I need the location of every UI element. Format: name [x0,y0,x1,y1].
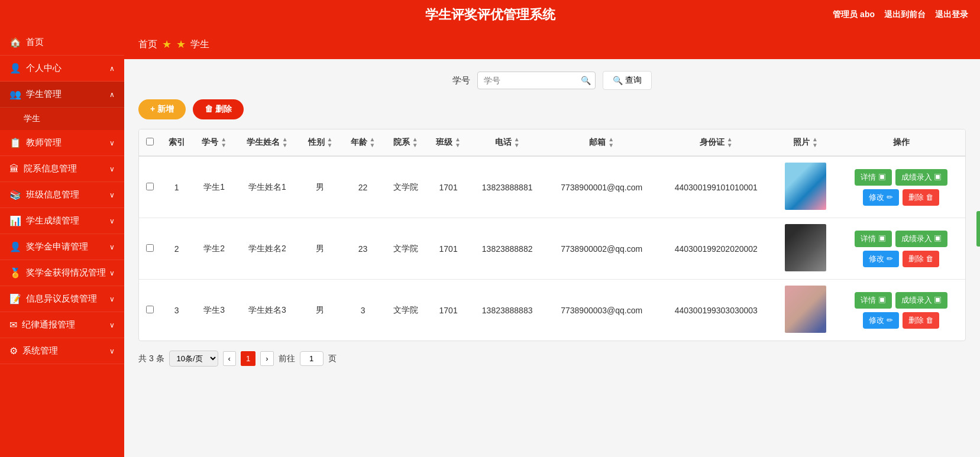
sidebar-item-info-feedback[interactable]: 📝 信息异议反馈管理 ∨ [0,286,124,312]
sidebar-item-score[interactable]: 📊 学生成绩管理 ∨ [0,208,124,234]
class-icon: 📚 [9,189,21,200]
breadcrumb-current: 学生 [190,38,209,51]
detail-btn-2[interactable]: 详情 ▣ [855,292,892,309]
sidebar-item-discipline[interactable]: ✉ 纪律通报管理 ∨ [0,312,124,338]
chevron-down-icon4: ∨ [109,217,115,225]
row-check-0[interactable] [146,183,154,190]
goto-page-input[interactable] [300,351,324,366]
grade-btn-0[interactable]: 成绩录入 ▣ [895,169,948,186]
del-row-btn-0[interactable]: 删除 🗑 [903,189,940,206]
chevron-down-icon7: ∨ [109,295,115,303]
sidebar-item-system[interactable]: ⚙ 系统管理 ∨ [0,338,124,364]
search-input[interactable] [477,72,596,89]
search-input-wrap: 🔍 [477,72,596,89]
logout-btn[interactable]: 退出登录 [935,9,968,20]
row-actions-2: 详情 ▣ 成绩录入 ▣ 修改 ✏ 删除 🗑 [837,280,965,341]
detail-btn-0[interactable]: 详情 ▣ [855,169,892,186]
row-student-id-0: 学生1 [193,156,235,218]
grade-btn-2[interactable]: 成绩录入 ▣ [895,292,948,309]
row-photo-2 [774,280,837,341]
row-phone-1: 13823888882 [470,218,545,280]
scroll-accent [976,211,980,247]
sidebar-item-dept[interactable]: 🏛 院系信息管理 ∨ [0,156,124,182]
edit-btn-1[interactable]: 修改 ✏ [863,251,899,267]
total-count: 共 3 条 [138,354,164,364]
back-btn[interactable]: 退出到前台 [884,9,926,20]
chevron-down-icon2: ∨ [109,165,115,173]
row-email-1: 7738900002@qq.com [545,218,658,280]
gear-icon: ⚙ [9,345,18,356]
pagination: 共 3 条 10条/页 20条/页 50条/页 ‹ 1 › 前往 页 [138,351,966,367]
mail-icon: ✉ [9,319,17,330]
query-label: 查询 [625,75,642,86]
next-page-btn[interactable]: › [260,351,273,366]
select-all-checkbox[interactable] [146,138,154,145]
add-button[interactable]: + 新增 [138,99,186,119]
grade-btn-1[interactable]: 成绩录入 ▣ [895,231,948,247]
sidebar-item-scholarship-apply[interactable]: 👤 奖学金申请管理 ∨ [0,234,124,260]
sidebar-sub-label-student: 学生 [24,114,40,123]
th-photo[interactable]: 照片 ▲▼ [774,129,837,156]
table-row: 3 学生3 学生姓名3 男 3 文学院 1701 13823888883 773… [139,280,965,341]
row-actions-1: 详情 ▣ 成绩录入 ▣ 修改 ✏ 删除 🗑 [837,218,965,280]
row-email-0: 7738900001@qq.com [545,156,658,218]
th-class[interactable]: 班级 ▲▼ [427,129,470,156]
chevron-down-icon: ∨ [109,139,115,147]
sidebar-item-personal[interactable]: 👤 个人中心 ∧ [0,56,124,82]
th-email[interactable]: 邮箱 ▲▼ [545,129,658,156]
sidebar-label-personal: 个人中心 [26,63,62,74]
chevron-down-icon9: ∨ [109,347,115,355]
th-phone[interactable]: 电话 ▲▼ [470,129,545,156]
row-phone-0: 13823888881 [470,156,545,218]
page-1-btn[interactable]: 1 [241,351,255,366]
sidebar-item-scholarship-get[interactable]: 🏅 奖学金获得情况管理 ∨ [0,260,124,286]
sidebar-item-class[interactable]: 📚 班级信息管理 ∨ [0,182,124,208]
th-age[interactable]: 年龄 ▲▼ [342,129,384,156]
th-name[interactable]: 学生姓名 ▲▼ [235,129,299,156]
sidebar-item-home[interactable]: 🏠 首页 [0,30,124,56]
row-check-1[interactable] [146,244,154,252]
row-student-id-2: 学生3 [193,280,235,341]
del-row-btn-2[interactable]: 删除 🗑 [903,312,940,329]
search-bar: 学号 🔍 🔍 查询 [138,71,966,90]
row-photo-0 [774,156,837,218]
score-icon: 📊 [9,215,21,226]
sidebar-item-teacher-mgmt[interactable]: 📋 教师管理 ∨ [0,130,124,156]
detail-btn-1[interactable]: 详情 ▣ [855,231,892,247]
row-class-0: 1701 [427,156,470,218]
th-student-id[interactable]: 学号 ▲▼ [193,129,235,156]
del-row-btn-1[interactable]: 删除 🗑 [903,251,940,267]
th-actions: 操作 [837,129,965,156]
query-icon: 🔍 [613,76,623,85]
edit-btn-0[interactable]: 修改 ✏ [863,189,899,206]
row-checkbox-2 [139,280,160,341]
app-title: 学生评奖评优管理系统 [425,7,555,22]
table-body: 1 学生1 学生姓名1 男 22 文学院 1701 13823888881 77… [139,156,965,341]
row-phone-2: 13823888883 [470,280,545,341]
row-dept-1: 文学院 [384,218,427,280]
row-idcard-2: 440300199303030003 [658,280,774,341]
row-age-0: 22 [342,156,384,218]
chevron-down-icon6: ∨ [109,269,115,277]
batch-delete-button[interactable]: 🗑 删除 [193,99,244,119]
sidebar-sub-student[interactable]: 学生 [0,108,124,130]
breadcrumb-home: 首页 [138,38,157,51]
goto-suffix: 页 [328,354,337,364]
row-idcard-1: 440300199202020002 [658,218,774,280]
sidebar-item-student-mgmt[interactable]: 👥 学生管理 ∧ [0,82,124,108]
edit-btn-2[interactable]: 修改 ✏ [863,312,899,329]
per-page-select[interactable]: 10条/页 20条/页 50条/页 [169,351,218,367]
query-button[interactable]: 🔍 查询 [603,71,652,90]
row-check-2[interactable] [146,306,154,313]
sidebar-label-class: 班级信息管理 [26,189,79,200]
row-gender-0: 男 [299,156,341,218]
row-dept-2: 文学院 [384,280,427,341]
table-header-row: 索引 学号 ▲▼ 学生姓名 ▲▼ 性别 ▲▼ 年龄 ▲▼ 院系 ▲▼ 班级 ▲▼… [139,129,965,156]
th-gender[interactable]: 性别 ▲▼ [299,129,341,156]
breadcrumb-bar: 首页 ★ ★ 学生 [124,30,980,59]
breadcrumb-star2: ★ [176,38,186,51]
prev-page-btn[interactable]: ‹ [223,351,236,366]
th-dept[interactable]: 院系 ▲▼ [384,129,427,156]
th-idcard[interactable]: 身份证 ▲▼ [658,129,774,156]
dept-icon: 🏛 [9,164,19,174]
